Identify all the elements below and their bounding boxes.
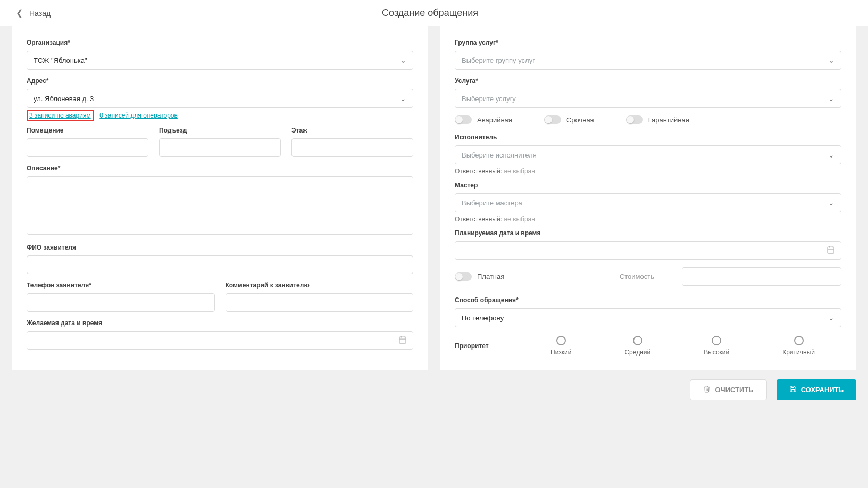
urgent-toggle-item: Срочная: [544, 115, 594, 124]
calendar-icon[interactable]: [398, 335, 407, 345]
master-select[interactable]: Выберите мастера ⌄: [455, 193, 841, 212]
paid-toggle-item: Платная: [455, 272, 504, 281]
chevron-down-icon: ⌄: [828, 313, 834, 322]
floor-label: Этаж: [291, 127, 413, 134]
wishdate-label: Желаемая дата и время: [27, 319, 413, 327]
paid-toggle[interactable]: [455, 272, 472, 281]
chevron-down-icon: ⌄: [828, 151, 834, 159]
svg-rect-0: [399, 337, 406, 343]
priority-label: Приоритет: [455, 342, 524, 350]
paid-label: Платная: [477, 272, 504, 280]
wishdate-input[interactable]: [27, 331, 413, 350]
svg-rect-4: [828, 247, 834, 253]
master-label: Мастер: [455, 181, 841, 189]
executor-placeholder: Выберите исполнителя: [462, 151, 537, 159]
cost-input[interactable]: [682, 267, 841, 286]
plandate-label: Планируемая дата и время: [455, 229, 841, 237]
footer: ОЧИСТИТЬ СОХРАНИТЬ: [0, 379, 868, 411]
group-select[interactable]: Выберите группу услуг ⌄: [455, 51, 841, 70]
addr-select[interactable]: ул. Яблоневая д. 3 ⌄: [27, 89, 413, 108]
cost-label: Стоимость: [620, 272, 654, 280]
desc-label: Описание*: [27, 164, 413, 172]
chevron-left-icon: ❮: [16, 8, 23, 18]
chevron-down-icon: ⌄: [828, 94, 834, 103]
resp-value: не выбран: [504, 168, 535, 175]
operators-link[interactable]: 0 записей для операторов: [99, 112, 178, 119]
entrance-input[interactable]: [159, 138, 281, 157]
urgent-toggle[interactable]: [544, 115, 561, 124]
priority-low[interactable]: Низкий: [550, 336, 572, 356]
service-select[interactable]: Выберите услугу ⌄: [455, 89, 841, 108]
fio-input[interactable]: [27, 255, 413, 274]
page-title: Создание обращения: [51, 7, 809, 19]
save-button[interactable]: СОХРАНИТЬ: [777, 379, 856, 400]
room-label: Помещение: [27, 127, 148, 134]
room-input[interactable]: [27, 138, 148, 157]
warranty-toggle[interactable]: [626, 115, 643, 124]
priority-mid-label: Средний: [624, 349, 650, 356]
master-placeholder: Выберите мастера: [462, 199, 522, 207]
save-label: СОХРАНИТЬ: [801, 386, 844, 394]
service-placeholder: Выберите услугу: [462, 95, 516, 103]
emergency-toggle-item: Аварийная: [455, 115, 512, 124]
executor-select[interactable]: Выберите исполнителя ⌄: [455, 145, 841, 164]
priority-mid[interactable]: Средний: [624, 336, 650, 356]
chevron-down-icon: ⌄: [828, 56, 834, 64]
clear-label: ОЧИСТИТЬ: [715, 386, 753, 394]
save-icon: [789, 385, 797, 394]
urgent-label: Срочная: [566, 116, 594, 124]
chevron-down-icon: ⌄: [828, 198, 834, 207]
executor-label: Исполнитель: [455, 134, 841, 141]
priority-crit-label: Критичный: [782, 349, 815, 356]
priority-high-label: Высокий: [704, 349, 729, 356]
resp-value: не выбран: [504, 216, 535, 223]
comment-label: Комментарий к заявителю: [226, 282, 414, 289]
org-select[interactable]: ТСЖ "Яблонька" ⌄: [27, 51, 413, 70]
warranty-toggle-item: Гарантийная: [626, 115, 689, 124]
trash-icon: [703, 385, 711, 394]
radio-icon: [794, 336, 804, 345]
addr-value: ул. Яблоневая д. 3: [34, 95, 94, 103]
left-panel: Организация* ТСЖ "Яблонька" ⌄ Адрес* ул.…: [12, 26, 428, 370]
chevron-down-icon: ⌄: [400, 94, 406, 103]
org-label: Организация*: [27, 39, 413, 46]
entrance-label: Подъезд: [159, 127, 281, 134]
warranty-label: Гарантийная: [648, 116, 689, 124]
phone-label: Телефон заявителя*: [27, 282, 215, 289]
addr-label: Адрес*: [27, 77, 413, 85]
group-label: Группа услуг*: [455, 39, 841, 46]
floor-input[interactable]: [291, 138, 413, 157]
desc-textarea[interactable]: [27, 176, 413, 235]
service-label: Услуга*: [455, 77, 841, 85]
group-placeholder: Выберите группу услуг: [462, 56, 535, 64]
chevron-down-icon: ⌄: [400, 56, 406, 64]
method-label: Способ обращения*: [455, 296, 841, 304]
clear-button[interactable]: ОЧИСТИТЬ: [690, 379, 766, 400]
accidents-link[interactable]: 3 записи по авариям: [27, 110, 94, 121]
method-select[interactable]: По телефону ⌄: [455, 308, 841, 327]
fio-label: ФИО заявителя: [27, 244, 413, 251]
resp-label: Ответственный:: [455, 168, 502, 175]
executor-responsible: Ответственный: не выбран: [455, 168, 841, 175]
calendar-icon[interactable]: [827, 245, 835, 255]
radio-icon: [556, 336, 566, 345]
priority-crit[interactable]: Критичный: [782, 336, 815, 356]
page-header: ❮ Назад Создание обращения: [0, 0, 868, 26]
phone-input[interactable]: [27, 293, 215, 312]
priority-high[interactable]: Высокий: [704, 336, 729, 356]
comment-input[interactable]: [226, 293, 414, 312]
emergency-label: Аварийная: [477, 116, 512, 124]
org-value: ТСЖ "Яблонька": [34, 56, 87, 64]
plandate-input[interactable]: [455, 241, 841, 260]
radio-icon: [712, 336, 721, 345]
emergency-toggle[interactable]: [455, 115, 472, 124]
back-button[interactable]: ❮ Назад: [16, 8, 51, 18]
right-panel: Группа услуг* Выберите группу услуг ⌄ Ус…: [440, 26, 856, 370]
resp-label: Ответственный:: [455, 216, 502, 223]
priority-low-label: Низкий: [550, 349, 572, 356]
method-value: По телефону: [462, 314, 504, 322]
back-label: Назад: [29, 9, 51, 18]
radio-icon: [633, 336, 642, 345]
master-responsible: Ответственный: не выбран: [455, 216, 841, 223]
